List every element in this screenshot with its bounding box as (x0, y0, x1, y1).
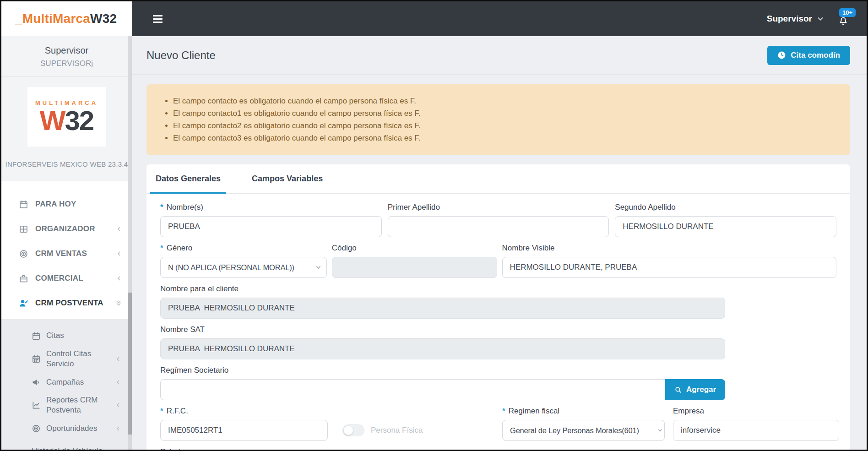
chevron-left-icon (115, 379, 121, 386)
chart-line-icon (32, 401, 41, 410)
persona-fisica-label: Persona Física (371, 426, 423, 435)
field-label: Nombre(s) (167, 203, 203, 212)
cita-comodin-button[interactable]: Cita comodín (767, 46, 850, 65)
chevron-left-icon (115, 402, 121, 408)
field-nombre-visible: Nombre Visible (502, 244, 836, 278)
notification-badge: 10+ (839, 8, 856, 17)
chevron-down-icon (658, 429, 662, 432)
submenu-item-citas[interactable]: Citas (1, 325, 132, 347)
submenu-item-label: Historial de Vehículo (32, 446, 103, 450)
sidebar-item-comercial[interactable]: COMERCIAL (1, 266, 132, 291)
sidebar-submenu: Citas Control Citas Servicio Campañas (1, 319, 132, 450)
sidebar-user-block: Supervisor SUPERVISORj (1, 36, 132, 77)
submenu-item-historial-de-vehiculo[interactable]: Historial de Vehículo (1, 440, 132, 450)
field-persona-fisica: Persona Física (336, 420, 494, 441)
validation-message: El campo contacto1 es obligatorio cuando… (173, 109, 841, 118)
nombres-input[interactable] (160, 216, 382, 237)
sidebar: Supervisor SUPERVISORj MULTIMARCA W32 IN… (1, 36, 132, 450)
required-marker: * (160, 407, 163, 416)
tab-datos-generales[interactable]: Datos Generales (150, 164, 226, 193)
user-menu[interactable]: Supervisor (767, 14, 824, 24)
field-nombre-cliente: Nombre para el cliente (160, 284, 836, 319)
field-regimen-societario: Regímen Societario Agregar (160, 366, 836, 400)
regimen-societario-input[interactable] (160, 379, 665, 400)
validation-message: El campo contacto es obligatorio cuando … (173, 97, 841, 106)
sidebar-item-para-hoy[interactable]: PARA HOY (1, 192, 132, 217)
page-header: Nuevo Cliente Cita comodín (132, 36, 867, 75)
sidebar-item-label: CRM VENTAS (35, 249, 87, 258)
primer-apellido-input[interactable] (388, 216, 609, 237)
toggle-knob (344, 426, 353, 435)
field-label: Nombre Visible (502, 244, 555, 253)
submenu-item-label: Campañas (46, 377, 84, 387)
field-genero: *Género N (NO APLICA (PERSONAL MORAL)) (160, 244, 327, 278)
client-form: *Nombre(s) Primer Apellido Segundo Apell… (146, 194, 850, 450)
sidebar-menu: PARA HOY ORGANIZADOR CRM VENTAS (1, 181, 132, 319)
submenu-item-reportes-crm-postventa[interactable]: Reportes CRM Postventa (1, 393, 132, 417)
topbar-main: Supervisor 10+ (132, 1, 867, 36)
calendar-icon (19, 200, 28, 209)
app-window: _MultiMarcaW32 Supervisor (0, 0, 868, 451)
tab-bar: Datos Generales Campos Variables (146, 164, 850, 194)
submenu-item-campanas[interactable]: Campañas (1, 371, 132, 393)
regimen-fiscal-select[interactable]: General de Ley Personas Morales(601) (502, 420, 665, 441)
topbar: _MultiMarcaW32 Supervisor (1, 1, 867, 36)
notifications-button[interactable]: 10+ (837, 15, 849, 27)
nombre-visible-input[interactable] (502, 257, 836, 278)
sidebar-logo: MULTIMARCA W32 (27, 87, 106, 147)
clock-icon (777, 51, 786, 60)
logo-w32-text: W32 (40, 107, 93, 135)
submenu-item-label: Citas (46, 331, 64, 341)
field-saludo-label-partial: Saludo (160, 447, 836, 450)
chevron-down-icon (817, 16, 824, 21)
codigo-input (332, 257, 497, 278)
submenu-item-oportunidades[interactable]: Oportunidades (1, 417, 132, 440)
sidebar-item-label: PARA HOY (35, 200, 76, 209)
calendar-grid-icon (32, 354, 41, 364)
field-segundo-apellido: Segundo Apellido (615, 203, 836, 237)
persona-fisica-toggle[interactable] (342, 424, 364, 436)
submenu-item-label: Reportes CRM Postventa (46, 395, 115, 415)
required-marker: * (160, 244, 163, 253)
cita-comodin-label: Cita comodín (791, 51, 840, 60)
sidebar-item-crm-ventas[interactable]: CRM VENTAS (1, 241, 132, 266)
chevron-left-icon (116, 250, 122, 257)
segundo-apellido-input[interactable] (615, 216, 836, 237)
genero-select[interactable]: N (NO APLICA (PERSONAL MORAL)) (160, 257, 327, 278)
empresa-input[interactable] (673, 420, 839, 441)
brand-text: _MultiMarcaW32 (15, 11, 117, 26)
client-form-card: Datos Generales Campos Variables *Nombre… (146, 164, 850, 450)
sidebar-item-label: CRM POSTVENTA (35, 299, 103, 308)
brand-suffix: W32 (90, 11, 117, 26)
submenu-item-label: Oportunidades (46, 424, 98, 434)
nombre-sat-input (160, 338, 725, 359)
field-regimen-fiscal: *Regimen fiscal General de Ley Personas … (502, 407, 665, 441)
sidebar-item-organizador[interactable]: ORGANIZADOR (1, 217, 132, 241)
field-label: R.F.C. (167, 407, 188, 416)
field-rfc: *R.F.C. (160, 407, 328, 441)
double-chevron-down-icon (115, 300, 122, 306)
field-label: Segundo Apellido (615, 203, 675, 212)
calendar-icon (32, 331, 41, 341)
topbar-right: Supervisor 10+ (767, 11, 849, 27)
grid-icon (19, 224, 28, 234)
rfc-input[interactable] (160, 420, 328, 441)
chevron-left-icon (116, 275, 122, 282)
sidebar-scrollbar-thumb[interactable] (128, 293, 132, 435)
sidebar-item-crm-postventa[interactable]: CRM POSTVENTA (1, 291, 132, 315)
required-marker: * (502, 407, 505, 416)
field-label: Primer Apellido (388, 203, 440, 212)
field-primer-apellido: Primer Apellido (388, 203, 609, 237)
sidebar-user-login: SUPERVISORj (1, 59, 132, 68)
field-label: Código (332, 244, 357, 253)
chevron-left-icon (115, 356, 121, 362)
regimen-fiscal-selected-value: General de Ley Personas Morales(601) (510, 426, 639, 435)
submenu-item-label: Control Citas Servicio (46, 349, 115, 369)
agregar-button[interactable]: Agregar (665, 379, 725, 400)
tab-campos-variables[interactable]: Campos Variables (246, 164, 328, 193)
hamburger-icon[interactable] (153, 15, 163, 23)
search-icon (674, 386, 682, 394)
app-version: INFORSERVEIS MEXICO WEB 23.3.4 (1, 160, 132, 168)
sidebar-scrollbar[interactable] (128, 36, 132, 450)
submenu-item-control-citas-servicio[interactable]: Control Citas Servicio (1, 347, 132, 371)
